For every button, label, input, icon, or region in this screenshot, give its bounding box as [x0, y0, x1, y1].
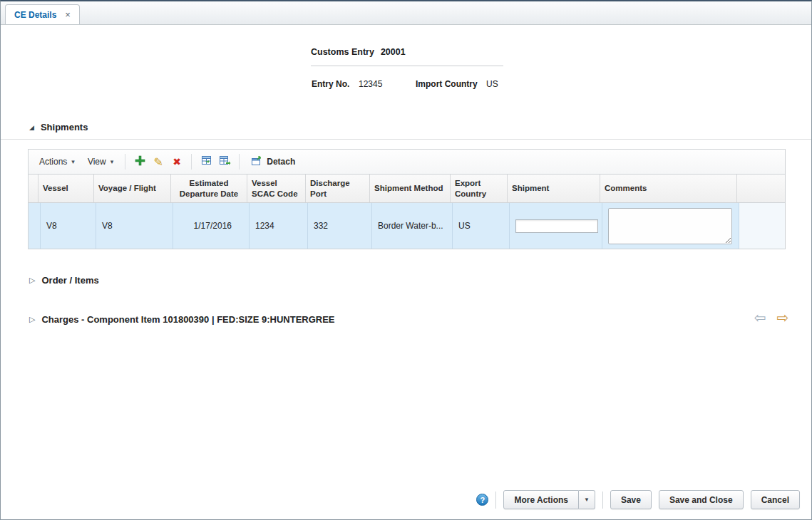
page-title: Customs Entry20001 [311, 47, 406, 57]
toolbar-separator [239, 154, 240, 170]
entry-no-label: Entry No. [312, 79, 349, 89]
save-button[interactable]: Save [610, 490, 652, 509]
export-options-button[interactable] [215, 152, 234, 171]
footer-action-bar: ? More Actions ▼ Save Save and Close Can… [476, 490, 800, 509]
previous-item-arrow-icon[interactable]: ⇦ [754, 311, 766, 325]
row-filler-cell [739, 203, 785, 249]
import-country-value: US [486, 79, 498, 89]
cancel-button[interactable]: Cancel [751, 490, 800, 509]
save-and-close-button[interactable]: Save and Close [659, 490, 744, 509]
entry-no-value: 12345 [359, 79, 382, 89]
column-header-vessel-scac-code[interactable]: Vessel SCAC Code [247, 175, 306, 202]
column-header-filler [737, 175, 785, 202]
export-grid-icon [200, 155, 212, 169]
caret-down-icon: ▼ [584, 496, 590, 503]
import-country-label: Import Country [416, 79, 478, 89]
order-items-section-header[interactable]: ▷ Order / Items [29, 275, 99, 286]
row-select-cell[interactable] [29, 203, 41, 249]
cell-comments [602, 203, 739, 249]
view-menu-label: View [88, 157, 106, 167]
detach-window-icon [251, 155, 262, 168]
delete-row-button[interactable]: ✖ [168, 152, 186, 171]
page-title-label: Customs Entry [311, 47, 374, 57]
more-actions-dropdown-button[interactable]: ▼ [579, 490, 595, 509]
shipments-panel: Actions ▾ View ▾ ✎ ✖ [28, 149, 786, 249]
column-header-voyage-flight[interactable]: Voyage / Flight [94, 175, 171, 202]
toolbar-separator [191, 154, 192, 170]
edit-row-button[interactable]: ✎ [149, 152, 168, 171]
shipments-table-header: Vessel Voyage / Flight Estimated Departu… [29, 175, 785, 203]
shipments-section-rule [1, 139, 811, 140]
detach-label: Detach [267, 157, 295, 167]
column-header-estimated-departure-date[interactable]: Estimated Departure Date [171, 175, 247, 202]
more-actions-button[interactable]: More Actions [503, 490, 579, 509]
plus-icon [135, 155, 145, 168]
column-header-shipment[interactable]: Shipment [508, 175, 600, 202]
charges-navigation: ⇦ ⇨ [754, 311, 788, 325]
column-header-comments[interactable]: Comments [600, 175, 737, 202]
shipments-toolbar: Actions ▾ View ▾ ✎ ✖ [29, 150, 785, 175]
view-menu-button[interactable]: View ▾ [81, 153, 120, 170]
tab-close-icon[interactable]: × [65, 10, 71, 19]
charges-section-title: Charges - Component Item 101800390 | FED… [41, 314, 334, 325]
column-header-shipment-method[interactable]: Shipment Method [370, 175, 451, 202]
cell-shipment-method[interactable]: Border Water-b... [372, 203, 453, 249]
footer-separator [495, 492, 496, 509]
export-grid-arrow-icon [219, 155, 231, 169]
delete-x-icon: ✖ [173, 156, 181, 167]
cell-shipment [510, 203, 602, 249]
cell-export-country[interactable]: US [453, 203, 510, 249]
tab-bar: CE Details × [1, 1, 811, 25]
chevron-down-icon: ▾ [71, 158, 75, 165]
shipments-section-header[interactable]: ◢ Shipments [29, 122, 88, 132]
actions-menu-label: Actions [39, 157, 67, 167]
order-items-collapsed-icon[interactable]: ▷ [29, 276, 35, 285]
cell-voyage-flight[interactable]: V8 [96, 203, 173, 249]
page-title-value: 20001 [381, 47, 406, 57]
toolbar-separator [125, 154, 125, 170]
export-to-excel-button[interactable] [197, 152, 215, 171]
select-column-header [29, 175, 38, 202]
column-header-vessel[interactable]: Vessel [38, 175, 94, 202]
charges-collapsed-icon[interactable]: ▷ [29, 315, 35, 324]
header-divider [311, 66, 503, 66]
tab-ce-details[interactable]: CE Details × [5, 4, 80, 24]
ce-details-window: CE Details × Customs Entry20001 Entry No… [0, 0, 812, 520]
pencil-icon: ✎ [154, 155, 163, 169]
footer-separator [602, 492, 603, 509]
column-header-discharge-port[interactable]: Discharge Port [306, 175, 370, 202]
comments-textarea[interactable] [608, 208, 732, 244]
cell-estimated-departure-date[interactable]: 1/17/2016 [173, 203, 250, 249]
help-icon[interactable]: ? [476, 494, 488, 506]
next-item-arrow-icon[interactable]: ⇨ [776, 311, 788, 325]
chevron-down-icon: ▾ [111, 158, 114, 165]
actions-menu-button[interactable]: Actions ▾ [33, 153, 81, 170]
cell-discharge-port[interactable]: 332 [308, 203, 372, 249]
cell-vessel[interactable]: V8 [41, 203, 96, 249]
more-actions-split-button: More Actions ▼ [503, 490, 595, 509]
order-items-section-title: Order / Items [41, 275, 98, 286]
detach-button[interactable]: Detach [245, 152, 302, 171]
charges-section-header[interactable]: ▷ Charges - Component Item 101800390 | F… [29, 314, 335, 325]
table-row[interactable]: V8 V8 1/17/2016 1234 332 Border Water-b.… [29, 203, 785, 249]
column-header-export-country[interactable]: Export Country [451, 175, 508, 202]
cell-vessel-scac-code[interactable]: 1234 [250, 203, 308, 249]
add-row-button[interactable] [130, 152, 149, 171]
shipments-expanded-icon[interactable]: ◢ [29, 124, 34, 131]
shipment-input[interactable] [515, 219, 598, 233]
tab-label: CE Details [14, 10, 56, 20]
shipments-section-title: Shipments [41, 122, 88, 132]
